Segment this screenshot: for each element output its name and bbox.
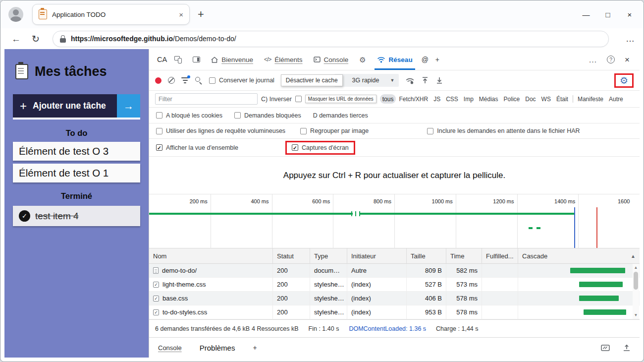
devtools-close-icon[interactable]: ×	[625, 56, 630, 64]
checkbox-icon[interactable]	[300, 128, 307, 134]
filter-toggle-icon[interactable]	[181, 77, 189, 83]
checkbox-icon[interactable]	[156, 128, 162, 134]
scroll-down-icon[interactable]: ▼	[633, 313, 639, 317]
tab-console[interactable]: Console	[308, 49, 354, 70]
har-pending-checkbox[interactable]: Inclure les demandes en attente dans le …	[427, 127, 580, 134]
pill-img[interactable]: Imp	[461, 94, 476, 104]
col-header-time[interactable]: Time	[446, 248, 482, 264]
site-info-lock-icon[interactable]	[60, 35, 66, 43]
col-header-type[interactable]: Type	[310, 248, 347, 264]
checked-checkbox-icon[interactable]	[292, 144, 298, 151]
expand-panel-icon[interactable]	[623, 344, 631, 351]
hide-data-urls-box[interactable]: Masquer les URL de données	[305, 95, 376, 103]
search-icon[interactable]	[195, 77, 203, 84]
inspect-tag[interactable]: CA	[157, 56, 167, 63]
network-overview-timeline[interactable]: 200 ms 400 ms 600 ms 800 ms 1000 ms 1200…	[149, 194, 640, 248]
browser-tab[interactable]: Application TODO ×	[32, 4, 190, 25]
time-tick: 600 ms	[304, 198, 330, 204]
refresh-icon[interactable]: ↻	[32, 34, 40, 44]
pill-all[interactable]: tous	[380, 94, 396, 104]
drawer-tab-problems[interactable]: Problèmes	[200, 344, 235, 352]
record-icon[interactable]	[155, 77, 161, 84]
preserve-log-checkbox[interactable]: Conserver le journal	[209, 77, 274, 84]
third-party-requests-label[interactable]: D demandes tierces	[313, 112, 368, 119]
throttling-dropdown[interactable]: 3G rapide ▼	[334, 74, 399, 87]
settings-gear-icon[interactable]: ⚙	[620, 76, 628, 85]
done-item[interactable]: ✓ test item 4	[13, 206, 140, 226]
todo-item[interactable]: Élément de test O 3	[13, 142, 140, 161]
blocked-requests-checkbox[interactable]: Demandes bloquées	[234, 112, 301, 119]
blocked-cookies-checkbox[interactable]: A bloqué les cookies	[156, 112, 222, 119]
table-row[interactable]: to-do-styles.css 200 styleshe… (index) 9…	[149, 305, 640, 319]
window-close-button[interactable]: ×	[619, 0, 641, 28]
col-header-size[interactable]: Taille	[407, 248, 446, 264]
pill-js[interactable]: JS	[431, 94, 443, 104]
sort-asc-icon[interactable]: ▲	[631, 253, 636, 259]
checkbox-icon[interactable]	[234, 112, 241, 119]
dock-side-icon[interactable]	[193, 57, 200, 62]
add-tab-button[interactable]: +	[432, 56, 443, 63]
tab-extra-at[interactable]: @	[418, 56, 432, 63]
drawer-tools-icon[interactable]	[601, 344, 610, 351]
pill-media[interactable]: Médias	[477, 94, 501, 104]
capture-screenshots-checkbox[interactable]: Captures d'écran	[292, 144, 349, 151]
tab-debugger[interactable]: ⚙	[354, 49, 371, 70]
device-toolbar-icon[interactable]	[174, 56, 182, 63]
devtools-more-icon[interactable]: …	[589, 56, 597, 64]
clear-icon[interactable]	[168, 77, 175, 84]
dom-content-loaded-time[interactable]: DOMContentLoaded: 1.36 s	[349, 325, 426, 332]
scroll-up-icon[interactable]: ▲	[633, 265, 639, 270]
browser-menu-icon[interactable]: …	[626, 34, 635, 44]
back-icon[interactable]: ←	[11, 34, 21, 44]
tab-welcome[interactable]: Bienvenue	[206, 49, 259, 70]
pill-manifest[interactable]: Manifeste	[575, 94, 606, 104]
checkbox-icon[interactable]	[209, 77, 215, 84]
filter-input[interactable]	[155, 93, 258, 105]
new-tab-button[interactable]: +	[198, 9, 204, 20]
minimize-button[interactable]: —	[575, 0, 597, 28]
done-check-icon[interactable]: ✓	[19, 210, 30, 222]
checkbox-icon[interactable]	[156, 112, 162, 119]
pill-state[interactable]: Était	[554, 94, 571, 104]
network-request-table: Nom Statut Type Initiateur Taille Time F…	[149, 248, 640, 319]
drawer-add-icon[interactable]: +	[253, 344, 257, 352]
todo-item[interactable]: Élément de test O 1	[13, 164, 140, 182]
pill-other[interactable]: Autre	[606, 94, 626, 104]
invert-checkbox[interactable]	[295, 96, 302, 102]
checked-checkbox-icon[interactable]	[156, 144, 162, 151]
add-task-button[interactable]: + Ajouter une tâche	[13, 94, 117, 118]
pill-doc[interactable]: Doc	[523, 94, 538, 104]
big-request-rows-checkbox[interactable]: Utiliser des lignes de requête volumineu…	[156, 127, 285, 134]
col-header-initiator[interactable]: Initiateur	[347, 248, 407, 264]
profile-avatar[interactable]	[8, 7, 23, 22]
tab-network[interactable]: Réseau	[372, 49, 418, 70]
export-har-icon[interactable]	[435, 76, 443, 84]
scrollbar-thumb[interactable]	[634, 272, 638, 290]
address-bar[interactable]: https://microsoftedge.github.io/Demos/de…	[53, 31, 609, 47]
waterfall-bar	[584, 309, 626, 315]
col-header-status[interactable]: Statut	[273, 248, 310, 264]
drawer-tab-console[interactable]: Console	[158, 344, 182, 352]
help-icon[interactable]: ?	[607, 56, 615, 63]
network-conditions-icon[interactable]	[405, 77, 415, 84]
col-header-waterfall[interactable]: Cascade ▲	[518, 248, 640, 264]
tab-close-icon[interactable]: ×	[179, 11, 183, 18]
table-scrollbar[interactable]: ▲ ▼	[633, 264, 639, 319]
pill-fetch-xhr[interactable]: Fetch/XHR	[396, 94, 430, 104]
table-row[interactable]: light-theme.css 200 styleshe… (index) 52…	[149, 278, 640, 292]
pill-ws[interactable]: WS	[539, 94, 553, 104]
group-by-frame-checkbox[interactable]: Regrouper par image	[300, 127, 369, 134]
col-header-name[interactable]: Nom	[149, 248, 273, 264]
table-row[interactable]: base.css 200 styleshe… (index) 406 B 578…	[149, 292, 640, 305]
todo-section-label: To do	[4, 128, 149, 138]
pill-font[interactable]: Police	[501, 94, 523, 104]
submit-task-button[interactable]: →	[117, 94, 140, 118]
checkbox-icon[interactable]	[427, 128, 433, 134]
col-header-fulfilled[interactable]: Fulfilled...	[482, 248, 518, 264]
import-har-icon[interactable]	[421, 76, 429, 84]
show-overview-checkbox[interactable]: Afficher la vue d'ensemble	[156, 144, 238, 151]
maximize-button[interactable]: □	[597, 0, 619, 28]
table-row[interactable]: demo-to-do/ 200 docum… Autre 809 B 582 m…	[149, 264, 640, 278]
pill-css[interactable]: CSS	[443, 94, 461, 104]
tab-elements[interactable]: </> Éléments	[259, 49, 308, 70]
